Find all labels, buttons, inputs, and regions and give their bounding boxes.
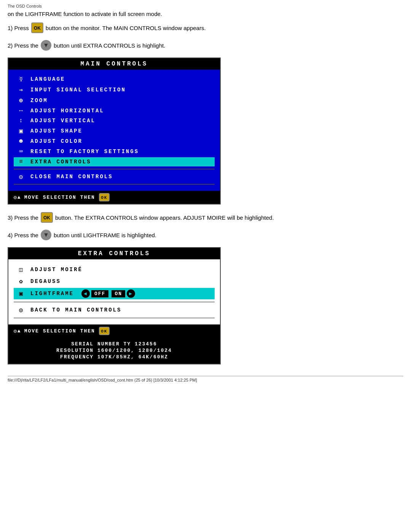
- extra-controls-window: EXTRA CONTROLS ◫ ADJUST MOIRÉ ✿ DEGAUSS …: [8, 247, 221, 364]
- adjust-vertical-icon: ↕: [16, 117, 27, 124]
- extra-info-section: SERIAL NUMBER TY 123456 RESOLUTION 1600/…: [8, 337, 220, 364]
- extra-footer-row: ◎▲ MOVE SELECTION THEN OK: [14, 327, 215, 335]
- back-icon: ◎: [16, 306, 27, 314]
- back-label: BACK TO MAIN CONTROLS: [30, 307, 121, 313]
- bottom-status-bar: file:///D|/rita/LF2/LF2/LFa1/multi_manua…: [8, 376, 403, 382]
- menu-item-adjust-horizontal[interactable]: ↔ ADJUST HORIZONTAL: [14, 106, 215, 115]
- language-label: LANGUAGE: [30, 76, 65, 82]
- step4-suffix: button until LIGHTFRAME is highlighted.: [54, 232, 156, 238]
- browser-tab: The OSD Controls: [8, 4, 403, 8]
- step3-prefix: 3) Press the: [8, 214, 38, 221]
- down-button-icon: ▼: [41, 40, 51, 51]
- adjust-moire-label: ADJUST MOIRÉ: [30, 267, 83, 273]
- adjust-color-icon: ☻: [16, 138, 27, 145]
- adjust-shape-label: ADJUST SHAPE: [30, 128, 83, 134]
- extra-footer-ok-icon: OK: [99, 327, 110, 335]
- step1-prefix: 1) Press: [8, 25, 29, 31]
- extra-menu-item-lightframe[interactable]: ▣ LIGHTFRAME ◀ OFF ON ▶: [14, 288, 215, 299]
- lf-right-arrow[interactable]: ▶: [127, 289, 135, 298]
- main-controls-window: MAIN CONTROLS ☿ LANGUAGE ⇒ INPUT SIGNAL …: [8, 58, 221, 204]
- input-signal-icon: ⇒: [16, 86, 27, 94]
- menu-item-input-signal[interactable]: ⇒ INPUT SIGNAL SELECTION: [14, 85, 215, 95]
- serial-number-text: SERIAL NUMBER TY 123456: [14, 341, 215, 347]
- step2-prefix: 2) Press the: [8, 42, 38, 49]
- osd-divider2: [14, 184, 215, 185]
- menu-item-reset[interactable]: ⌨ RESET TO FACTORY SETTINGS: [14, 147, 215, 157]
- step2-suffix: button until EXTRA CONTROLS is highlight…: [54, 42, 165, 49]
- extra-menu-item-degauss[interactable]: ✿ DEGAUSS: [14, 276, 215, 287]
- extra-controls-icon: ≡: [16, 158, 27, 165]
- menu-item-adjust-vertical[interactable]: ↕ ADJUST VERTICAL: [14, 116, 215, 125]
- footer-ok-icon: OK: [99, 193, 110, 201]
- step1-suffix: button on the monitor. The MAIN CONTROLS…: [46, 25, 206, 31]
- adjust-shape-icon: ▣: [16, 127, 27, 135]
- extra-divider1: [14, 302, 215, 302]
- extra-controls-footer: ◎▲ MOVE SELECTION THEN OK: [8, 324, 220, 337]
- menu-item-adjust-color[interactable]: ☻ ADJUST COLOR: [14, 137, 215, 146]
- extra-controls-body: ◫ ADJUST MOIRÉ ✿ DEGAUSS ▣ LIGHTFRAME ◀ …: [8, 259, 220, 324]
- ok-button-icon: OK: [31, 22, 43, 33]
- zoom-label: ZOOM: [30, 97, 48, 104]
- main-controls-title: MAIN CONTROLS: [8, 58, 220, 70]
- footer-arrows-icon: ◎▲: [14, 194, 21, 200]
- main-controls-body: ☿ LANGUAGE ⇒ INPUT SIGNAL SELECTION ⊕ ZO…: [8, 70, 220, 191]
- footer-row: ◎▲ MOVE SELECTION THEN OK: [14, 193, 215, 201]
- extra-menu-item-adjust-moire[interactable]: ◫ ADJUST MOIRÉ: [14, 264, 215, 275]
- lightframe-label: LIGHTFRAME: [30, 291, 74, 297]
- lightframe-controls: ◀ OFF ON ▶: [81, 289, 135, 298]
- adjust-vertical-label: ADJUST VERTICAL: [30, 118, 96, 124]
- close-main-label: CLOSE MAIN CONTROLS: [30, 174, 113, 180]
- step1: 1) Press OK button on the monitor. The M…: [8, 22, 403, 33]
- step4: 4) Press the ▼ button until LIGHTFRAME i…: [8, 230, 403, 240]
- input-signal-label: INPUT SIGNAL SELECTION: [30, 87, 126, 93]
- lightframe-icon: ▣: [16, 290, 27, 297]
- menu-item-extra-controls[interactable]: ≡ EXTRA CONTROLS: [14, 157, 215, 166]
- ok-button-icon-2: OK: [41, 212, 53, 223]
- step2: 2) Press the ▼ button until EXTRA CONTRO…: [8, 40, 403, 51]
- reset-icon: ⌨: [16, 148, 27, 155]
- extra-divider2: [14, 318, 215, 318]
- osd-divider1: [14, 169, 215, 169]
- zoom-icon: ⊕: [16, 97, 27, 104]
- adjust-moire-icon: ◫: [16, 266, 27, 273]
- footer-text: MOVE SELECTION THEN: [24, 195, 95, 200]
- intro-text: on the LIGHTFRAME function to activate i…: [8, 11, 403, 17]
- menu-item-zoom[interactable]: ⊕ ZOOM: [14, 96, 215, 105]
- extra-controls-label: EXTRA CONTROLS: [30, 159, 91, 165]
- resolution-text: RESOLUTION 1600/1200, 1280/1024: [14, 348, 215, 353]
- reset-label: RESET TO FACTORY SETTINGS: [30, 149, 139, 155]
- menu-item-adjust-shape[interactable]: ▣ ADJUST SHAPE: [14, 126, 215, 136]
- lf-on-label: ON: [112, 290, 125, 297]
- frequency-text: FREQUENCY 107K/85HZ, 64K/60HZ: [14, 354, 215, 360]
- step3: 3) Press the OK button. The EXTRA CONTRO…: [8, 212, 403, 223]
- adjust-color-label: ADJUST COLOR: [30, 138, 83, 144]
- menu-item-close-main[interactable]: ◎ CLOSE MAIN CONTROLS: [14, 172, 215, 182]
- step4-prefix: 4) Press the: [8, 232, 38, 238]
- degauss-icon: ✿: [16, 278, 27, 285]
- extra-menu-item-back[interactable]: ◎ BACK TO MAIN CONTROLS: [14, 305, 215, 315]
- close-icon: ◎: [16, 173, 27, 181]
- adjust-horizontal-icon: ↔: [16, 107, 27, 114]
- menu-item-language[interactable]: ☿ LANGUAGE: [14, 74, 215, 84]
- main-controls-footer: ◎▲ MOVE SELECTION THEN OK: [8, 191, 220, 204]
- down-button-icon-2: ▼: [41, 230, 51, 240]
- adjust-horizontal-label: ADJUST HORIZONTAL: [30, 108, 104, 114]
- extra-footer-arrows-icon: ◎▲: [14, 328, 21, 334]
- language-icon: ☿: [16, 75, 27, 83]
- extra-controls-title: EXTRA CONTROLS: [8, 248, 220, 259]
- degauss-label: DEGAUSS: [30, 278, 61, 284]
- lf-left-arrow[interactable]: ◀: [81, 289, 90, 298]
- extra-footer-text: MOVE SELECTION THEN: [24, 328, 95, 334]
- step3-suffix: button. The EXTRA CONTROLS window appear…: [55, 214, 274, 221]
- lf-off-label: OFF: [91, 290, 108, 297]
